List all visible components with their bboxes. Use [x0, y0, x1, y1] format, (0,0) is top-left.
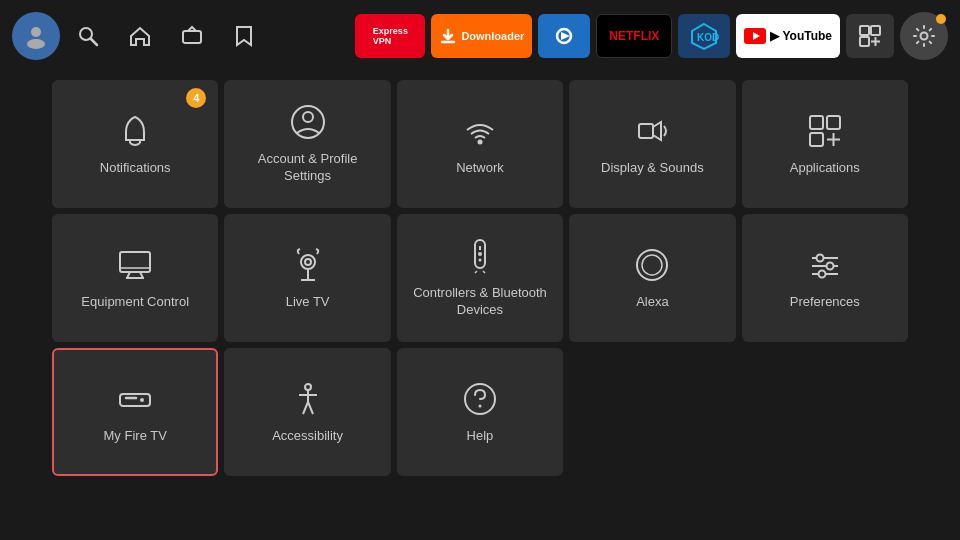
topbar: ExpressVPN Downloader NETFLIX KODI — [0, 0, 960, 72]
netflix-label: NETFLIX — [609, 29, 659, 43]
youtube-icon — [744, 28, 766, 44]
preferences-tile[interactable]: Preferences — [742, 214, 908, 342]
network-tile[interactable]: Network — [397, 80, 563, 208]
svg-rect-14 — [860, 37, 869, 46]
account-profile-label: Account & Profile Settings — [234, 151, 380, 185]
equipment-control-label: Equipment Control — [81, 294, 189, 311]
svg-line-60 — [308, 402, 313, 414]
svg-line-43 — [475, 271, 477, 273]
svg-marker-24 — [653, 122, 661, 140]
firetv-app[interactable] — [538, 14, 590, 58]
svg-line-3 — [91, 39, 98, 46]
svg-point-62 — [478, 404, 481, 407]
live-tv-tile[interactable]: Live TV — [224, 214, 390, 342]
settings-gear-icon — [912, 24, 936, 48]
alexa-tile[interactable]: Alexa — [569, 214, 735, 342]
downloader-app[interactable]: Downloader — [431, 14, 532, 58]
live-tv-nav-icon[interactable] — [168, 12, 216, 60]
topbar-apps: ExpressVPN Downloader NETFLIX KODI — [355, 12, 948, 60]
app-grid-button[interactable] — [846, 14, 894, 58]
svg-point-36 — [305, 259, 311, 265]
help-tile[interactable]: Help — [397, 348, 563, 476]
speaker-icon — [633, 112, 671, 150]
avatar-icon[interactable] — [12, 12, 60, 60]
accessibility-tile[interactable]: Accessibility — [224, 348, 390, 476]
search-icon[interactable] — [64, 12, 112, 60]
svg-marker-7 — [561, 32, 570, 40]
topbar-left — [12, 12, 268, 60]
svg-point-22 — [477, 139, 482, 144]
youtube-label: ▶ YouTube — [770, 29, 832, 43]
svg-rect-4 — [183, 31, 201, 43]
preferences-label: Preferences — [790, 294, 860, 311]
antenna-icon — [289, 246, 327, 284]
firetv-app-icon — [550, 22, 578, 50]
controllers-bluetooth-tile[interactable]: Controllers & Bluetooth Devices — [397, 214, 563, 342]
my-fire-tv-label: My Fire TV — [104, 428, 167, 445]
svg-rect-25 — [810, 116, 823, 129]
kodi-app[interactable]: KODI — [678, 14, 730, 58]
expressvpn-app[interactable]: ExpressVPN — [355, 14, 425, 58]
svg-rect-30 — [120, 252, 150, 272]
controllers-bluetooth-label: Controllers & Bluetooth Devices — [407, 285, 553, 319]
sliders-icon — [806, 246, 844, 284]
svg-point-55 — [140, 398, 144, 402]
svg-point-41 — [478, 252, 482, 256]
accessibility-label: Accessibility — [272, 428, 343, 445]
notifications-label: Notifications — [100, 160, 171, 177]
wifi-icon — [461, 112, 499, 150]
remote-icon — [461, 237, 499, 275]
fire-tv-icon — [116, 380, 154, 418]
settings-notification-dot — [936, 14, 946, 24]
svg-point-21 — [303, 112, 313, 122]
alexa-label: Alexa — [636, 294, 669, 311]
youtube-app[interactable]: ▶ YouTube — [736, 14, 840, 58]
notifications-tile[interactable]: 4 Notifications — [52, 80, 218, 208]
app-grid-icon — [859, 25, 881, 47]
applications-tile[interactable]: Applications — [742, 80, 908, 208]
svg-point-35 — [301, 255, 315, 269]
app-grid-tile-icon — [806, 112, 844, 150]
account-profile-tile[interactable]: Account & Profile Settings — [224, 80, 390, 208]
notifications-badge: 4 — [186, 88, 206, 108]
monitor-icon — [116, 246, 154, 284]
home-icon[interactable] — [116, 12, 164, 60]
svg-rect-23 — [639, 124, 653, 138]
svg-point-56 — [305, 384, 311, 390]
svg-line-59 — [303, 402, 308, 414]
svg-point-17 — [921, 33, 928, 40]
downloader-label: Downloader — [461, 30, 524, 42]
equipment-control-tile[interactable]: Equipment Control — [52, 214, 218, 342]
display-sounds-label: Display & Sounds — [601, 160, 704, 177]
applications-label: Applications — [790, 160, 860, 177]
svg-rect-12 — [860, 26, 869, 35]
bell-icon — [116, 112, 154, 150]
network-label: Network — [456, 160, 504, 177]
svg-point-51 — [826, 262, 833, 269]
svg-point-42 — [478, 259, 481, 262]
help-label: Help — [467, 428, 494, 445]
live-tv-label: Live TV — [286, 294, 330, 311]
svg-rect-13 — [871, 26, 880, 35]
settings-button[interactable] — [900, 12, 948, 60]
bookmark-icon[interactable] — [220, 12, 268, 60]
help-circle-icon — [461, 380, 499, 418]
svg-rect-26 — [827, 116, 840, 129]
svg-text:KODI: KODI — [697, 32, 719, 43]
svg-rect-27 — [810, 133, 823, 146]
settings-grid: 4 Notifications Account & Profile Settin… — [0, 72, 960, 484]
svg-point-50 — [816, 254, 823, 261]
svg-point-1 — [27, 39, 45, 49]
downloader-icon — [439, 27, 457, 45]
person-circle-icon — [289, 103, 327, 141]
svg-point-46 — [642, 255, 662, 275]
display-sounds-tile[interactable]: Display & Sounds — [569, 80, 735, 208]
svg-rect-53 — [120, 394, 150, 406]
expressvpn-label: ExpressVPN — [373, 26, 408, 46]
my-fire-tv-tile[interactable]: My Fire TV — [52, 348, 218, 476]
alexa-icon — [633, 246, 671, 284]
svg-line-44 — [483, 271, 485, 273]
kodi-icon: KODI — [689, 21, 719, 51]
netflix-app[interactable]: NETFLIX — [596, 14, 672, 58]
svg-point-52 — [818, 270, 825, 277]
